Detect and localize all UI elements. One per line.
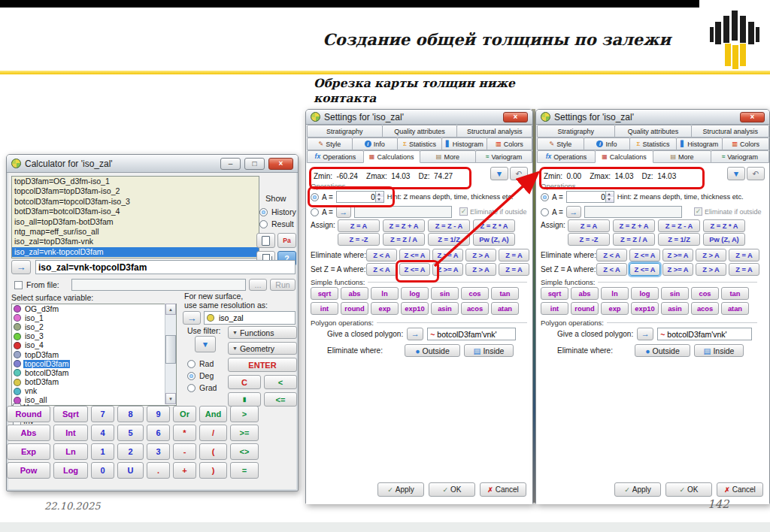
functions-dropdown[interactable]: ▼Functions — [228, 326, 297, 339]
assign-polygon-button[interactable]: → — [407, 328, 423, 340]
filter-button[interactable]: ▼ — [727, 167, 745, 180]
cancel-button[interactable]: ✗Cancel — [480, 482, 526, 497]
undo-button[interactable]: ↶ — [510, 167, 528, 180]
function-button[interactable]: exp10 — [631, 302, 659, 315]
result-radio[interactable] — [259, 220, 268, 228]
tab[interactable]: iInfo — [584, 138, 631, 150]
eliminate-compare-button[interactable]: Z = A — [499, 249, 529, 261]
eliminate-compare-button[interactable]: Z <= A — [399, 249, 430, 261]
tab[interactable]: Structural analysis — [456, 125, 532, 138]
keypad-button[interactable]: ( — [199, 443, 227, 460]
assign-button[interactable]: Z = Z - A — [658, 219, 700, 232]
function-button[interactable]: atan — [491, 302, 519, 315]
function-button[interactable]: round — [571, 302, 599, 315]
filter-button[interactable]: ▼ — [195, 336, 216, 352]
eliminate-if-outside-checkbox[interactable]: ✓ — [459, 207, 468, 216]
set-z-compare-button[interactable]: Z >= A — [432, 263, 463, 276]
keypad-button[interactable]: 5 — [117, 425, 144, 441]
tab[interactable]: ▤More — [653, 150, 711, 163]
function-button[interactable]: sin — [661, 287, 689, 300]
function-button[interactable]: acos — [461, 302, 489, 315]
tab[interactable]: Stratigraphy — [537, 125, 615, 138]
surface-variable[interactable]: vnk — [12, 387, 176, 396]
function-button[interactable]: ln — [601, 287, 629, 300]
function-button[interactable]: asin — [661, 302, 689, 315]
surface-variable[interactable]: topD3fam — [12, 350, 176, 359]
close-icon[interactable]: × — [503, 112, 528, 122]
paste-expression-button[interactable]: Pa — [277, 233, 296, 248]
eliminate-compare-button[interactable]: Z <= A — [629, 249, 660, 261]
tab[interactable]: ≈Variogram — [475, 150, 532, 163]
scroll-down-icon[interactable]: ▼ — [165, 393, 176, 404]
keypad-button[interactable]: ) — [199, 462, 227, 479]
assign-a-surface-button[interactable]: → — [336, 206, 351, 218]
spinner[interactable] — [605, 192, 614, 202]
surface-variable[interactable]: OG_d3fm — [12, 304, 176, 313]
browse-button[interactable]: ... — [249, 279, 267, 291]
assign-button[interactable]: Z = Z * A — [703, 219, 745, 232]
function-button[interactable]: round — [341, 302, 368, 315]
assign-button[interactable]: Pw (Z, A) — [473, 233, 515, 246]
function-button[interactable]: exp10 — [401, 302, 429, 315]
new-expression-button[interactable] — [256, 233, 275, 248]
close-icon[interactable]: × — [740, 112, 765, 122]
set-z-compare-button[interactable]: Z <= A — [399, 263, 430, 276]
scroll-thumb[interactable] — [165, 335, 176, 364]
rad-radio[interactable] — [187, 360, 196, 368]
cancel-button[interactable]: ✗Cancel — [717, 482, 763, 497]
insert-button[interactable]: ▮ — [228, 392, 261, 407]
a-surface-field[interactable] — [354, 206, 452, 218]
eliminate-if-outside-checkbox[interactable]: ✓ — [694, 207, 702, 216]
assign-button[interactable]: Z = A — [338, 219, 380, 232]
keypad-button[interactable]: >= — [230, 425, 259, 441]
close-icon[interactable]: × — [268, 158, 293, 170]
geometry-dropdown[interactable]: ▼Geometry — [228, 342, 297, 355]
titlebar[interactable]: Calculator for 'iso_zal' – □ × — [7, 155, 298, 173]
function-button[interactable]: abs — [571, 287, 599, 300]
assign-button[interactable]: Z = Z * A — [473, 219, 515, 232]
keypad-button[interactable]: Log — [53, 462, 88, 479]
eliminate-compare-button[interactable]: Z >= A — [662, 249, 693, 261]
keypad-button[interactable]: U — [117, 462, 144, 479]
surface-variable-list[interactable]: OG_d3fmiso_1iso_2iso_3iso_4topD3famtopco… — [11, 304, 177, 406]
surface-variable[interactable]: botD3fam — [12, 378, 176, 387]
tab[interactable]: iInfo — [352, 138, 398, 150]
tab[interactable]: ▥Colors — [722, 138, 769, 150]
keypad-button[interactable]: 6 — [147, 425, 170, 441]
cursor-left-button[interactable]: < — [264, 375, 297, 389]
function-button[interactable]: acos — [691, 302, 719, 315]
eliminate-compare-button[interactable]: Z >= A — [432, 249, 463, 261]
ok-button[interactable]: ✓OK — [429, 482, 475, 497]
assign-a-surface-button[interactable]: → — [566, 206, 581, 218]
tab[interactable]: ΣStatistics — [629, 138, 677, 150]
tab[interactable]: ▤More — [420, 150, 477, 163]
minimize-button[interactable]: – — [220, 158, 241, 170]
assign-button[interactable]: Z = 1/Z — [658, 233, 700, 246]
history-radio[interactable] — [259, 208, 268, 216]
history-entry[interactable]: iso_zal=topD3fam-vnk — [12, 237, 259, 246]
keypad-button[interactable]: And — [199, 406, 227, 422]
outside-button[interactable]: ●Outside — [635, 344, 690, 357]
history-entry[interactable]: topD3fam=OG_d3fm-iso_1 — [12, 177, 259, 186]
function-button[interactable]: exp — [601, 302, 629, 315]
titlebar[interactable]: Settings for 'iso_zal' × — [306, 110, 532, 125]
tab[interactable]: fxOperations — [307, 150, 364, 163]
function-button[interactable]: cos — [691, 287, 719, 300]
apply-button[interactable]: ✓Apply — [377, 482, 424, 497]
history-entry[interactable]: botcolD3fam=topcolD3fam-iso_3 — [12, 197, 259, 207]
undo-button[interactable]: ↶ — [747, 167, 765, 180]
set-z-compare-button[interactable]: Z > A — [696, 263, 726, 276]
spinner[interactable] — [375, 192, 383, 202]
keypad-button[interactable]: Abs — [7, 425, 50, 441]
assign-button[interactable]: Z = -Z — [568, 233, 610, 246]
run-button[interactable]: Run — [270, 279, 296, 291]
tab[interactable]: fxOperations — [537, 150, 596, 163]
outside-button[interactable]: ●Outside — [405, 344, 460, 357]
backspace-button[interactable]: <= — [264, 392, 297, 407]
keypad-button[interactable]: + — [173, 462, 196, 479]
set-z-compare-button[interactable]: Z < A — [596, 263, 627, 276]
keypad-button[interactable]: 3 — [147, 443, 170, 460]
resolution-field[interactable]: iso_zal — [204, 311, 296, 325]
tab[interactable]: ΣStatistics — [397, 138, 443, 150]
surface-variable[interactable]: iso_3 — [12, 332, 176, 341]
